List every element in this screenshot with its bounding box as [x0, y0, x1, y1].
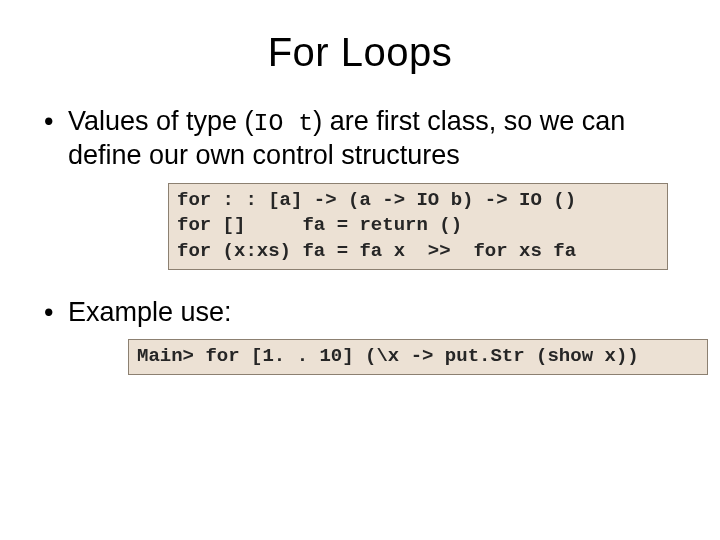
bullet-1: Values of type (IO t) are first class, s… [40, 105, 680, 270]
bullet-1-text-pre: Values of type ( [68, 106, 254, 136]
bullet-2-text: Example use: [68, 297, 232, 327]
code-block-example: Main> for [1. . 10] (\x -> put.Str (show… [128, 339, 708, 375]
bullet-2: Example use: Main> for [1. . 10] (\x -> … [40, 296, 680, 375]
code-block-for-definition: for : : [a] -> (a -> IO b) -> IO () for … [168, 183, 668, 270]
slide-title: For Loops [40, 30, 680, 75]
bullet-list: Values of type (IO t) are first class, s… [40, 105, 680, 375]
slide: For Loops Values of type (IO t) are firs… [0, 0, 720, 540]
bullet-1-inline-code: IO t [254, 109, 314, 137]
